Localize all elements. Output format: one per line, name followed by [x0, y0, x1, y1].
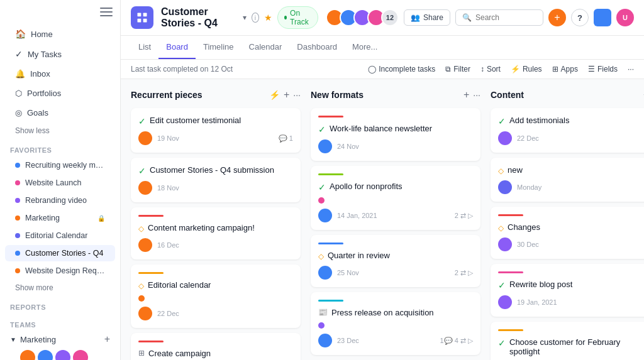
card-avatar [138, 181, 152, 195]
favorites-dot-0 [15, 163, 20, 168]
share-icon: 👥 [411, 13, 420, 22]
more-button[interactable]: ··· [628, 65, 634, 74]
column-more-button-recurrent[interactable]: ··· [293, 90, 301, 100]
fields-button[interactable]: ☰ Fields [588, 65, 618, 74]
sidebar-item-my-tasks[interactable]: ✓ My Tasks [5, 45, 115, 63]
favorites-item-5[interactable]: Customer Stories - Q4 [5, 245, 115, 261]
team-marketing-header[interactable]: ▼ Marketing + [10, 334, 110, 345]
sidebar-mytasks-label: My Tasks [28, 50, 62, 59]
star-icon[interactable]: ★ [264, 13, 272, 23]
card-title-apollo: ✓ Apollo for nonprofits [318, 182, 473, 192]
card-date: 14 Jan, 2021 [337, 212, 450, 219]
card-footer: 30 Dec [498, 237, 644, 251]
show-more-toggle[interactable]: Show more [5, 281, 115, 295]
topbar-right: 12 👥 Share 🔍 + ? U [326, 9, 634, 26]
sidebar-item-portfolios[interactable]: ⬡ Portfolios [5, 84, 115, 102]
team-avatar-4 [73, 350, 88, 360]
card-title-create-campaign: ⊞ Create campaign [138, 349, 293, 358]
fields-label: Fields [597, 65, 618, 74]
board: Recurrent pieces ⚡ + ··· ✓ Edit customer… [121, 79, 644, 360]
tab-list[interactable]: List [131, 36, 158, 59]
card-date: 30 Dec [517, 241, 644, 248]
check-icon: ✓ [498, 338, 506, 348]
toolbar-last-task: Last task completed on 12 Oct [131, 65, 233, 74]
card-avatar [318, 334, 332, 347]
svg-rect-3 [143, 19, 147, 23]
tab-timeline[interactable]: Timeline [196, 36, 242, 59]
portfolios-icon: ⬡ [15, 89, 22, 98]
info-button[interactable]: i [252, 13, 259, 23]
show-less-toggle[interactable]: Show less [5, 124, 115, 138]
incomplete-tasks-label: Incomplete tasks [379, 65, 435, 74]
main-content: Customer Stories - Q4 ▾ i ★ On Track 12 … [121, 0, 644, 360]
toolbar: Last task completed on 12 Oct ◯ Incomple… [121, 60, 644, 79]
sidebar-inbox-label: Inbox [30, 69, 50, 79]
card-text: Editorial calendar [148, 280, 211, 290]
card-text: Changes [508, 222, 540, 232]
column-add-button-new-formats[interactable]: + [464, 89, 469, 101]
card-footer: 24 Nov [318, 139, 473, 153]
rules-button[interactable]: ⚡ Rules [511, 65, 542, 74]
lock-icon: 🔒 [97, 215, 105, 222]
title-row: Customer Stories - Q4 ▾ i ★ On Track [161, 6, 318, 29]
tab-dashboard[interactable]: Dashboard [289, 36, 345, 59]
tab-calendar[interactable]: Calendar [242, 36, 290, 59]
team-avatar-3 [55, 350, 70, 360]
card-footer: 14 Jan, 2021 2 ⇄ ▷ [318, 209, 473, 222]
favorites-item-4[interactable]: Editorial Calendar [5, 227, 115, 244]
search-input[interactable] [475, 13, 536, 22]
card-meta: 2 ⇄ ▷ [455, 269, 473, 277]
filter-button[interactable]: ⧉ Filter [445, 65, 470, 74]
team-add-button[interactable]: + [104, 334, 110, 345]
apps-button[interactable]: ⊞ Apps [552, 65, 578, 74]
add-button[interactable]: + [548, 9, 566, 26]
help-button[interactable]: ? [571, 9, 589, 26]
project-icon [131, 6, 153, 29]
favorites-label-4: Editorial Calendar [25, 231, 87, 240]
column-more-button-new-formats[interactable]: ··· [473, 90, 480, 100]
search-bar[interactable]: 🔍 [455, 9, 543, 26]
column-title-content: Content [491, 90, 640, 100]
column-add-button-recurrent[interactable]: + [284, 89, 289, 101]
sidebar-item-goals[interactable]: ◎ Goals [5, 104, 115, 122]
filter-icon: ⧉ [445, 65, 451, 74]
card-date: 22 Dec [157, 310, 293, 317]
favorites-item-2[interactable]: Rebranding video [5, 192, 115, 209]
card-title-quarter: ◇ Quarter in review [318, 251, 473, 261]
favorites-label-5: Customer Stories - Q4 [25, 249, 103, 258]
card-comment: 💬 1 [279, 134, 293, 143]
favorites-dot-5 [15, 251, 20, 256]
favorites-item-1[interactable]: Website Launch [5, 175, 115, 191]
favorites-item-3[interactable]: Marketing 🔒 [5, 210, 115, 226]
tab-board[interactable]: Board [158, 36, 196, 59]
more-icon: ··· [628, 65, 634, 74]
column-header-recurrent: Recurrent pieces ⚡ + ··· [131, 89, 301, 101]
card-avatar [318, 266, 332, 280]
card-date: Monday [517, 183, 644, 191]
title-chevron-icon[interactable]: ▾ [243, 13, 247, 22]
card-title-press-release: 📰 Press release on acquisition [318, 308, 473, 317]
incomplete-tasks-button[interactable]: ◯ Incomplete tasks [368, 65, 435, 74]
theme-button[interactable] [594, 9, 611, 26]
card-text: new [508, 165, 523, 175]
bell-icon: 🔔 [15, 69, 25, 79]
svg-rect-1 [143, 13, 147, 17]
color-bar [498, 271, 523, 273]
card-text: Edit customer testimonial [150, 116, 241, 125]
share-button[interactable]: 👥 Share [404, 9, 450, 26]
tab-more[interactable]: More... [345, 36, 385, 59]
user-avatar[interactable]: U [616, 9, 634, 26]
sidebar-portfolios-label: Portfolios [27, 89, 61, 98]
favorites-item-0[interactable]: Recruiting weekly mee... [5, 157, 115, 173]
favorites-label-1: Website Launch [25, 178, 81, 187]
sort-icon: ↕ [480, 65, 484, 74]
sort-button[interactable]: ↕ Sort [480, 65, 501, 74]
favorites-item-6[interactable]: Website Design Reque... [5, 263, 115, 279]
sidebar-item-inbox[interactable]: 🔔 Inbox [5, 65, 115, 83]
filter-label: Filter [453, 65, 470, 74]
sidebar-item-home[interactable]: 🏠 Home [5, 25, 115, 43]
card-title-rewrite: ✓ Rewrite blog post [498, 280, 644, 290]
sidebar-goals-label: Goals [27, 108, 48, 117]
menu-toggle[interactable] [100, 8, 113, 16]
search-icon: 🔍 [462, 13, 472, 22]
